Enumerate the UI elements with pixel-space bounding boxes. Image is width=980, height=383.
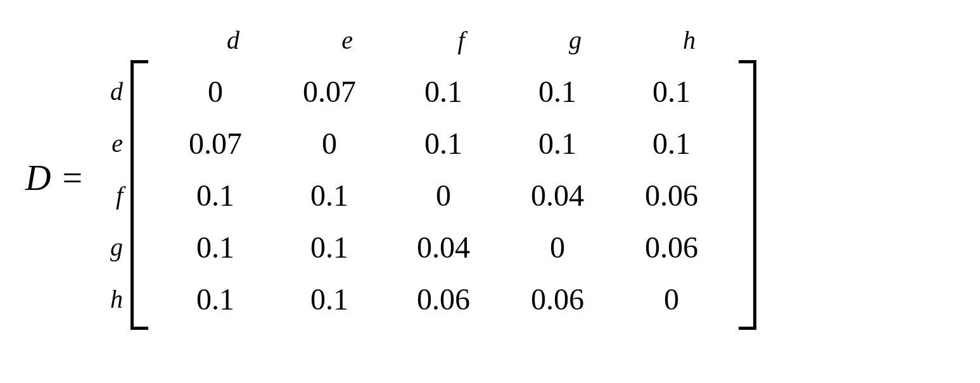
row-label: g	[98, 221, 123, 273]
matrix-row: 0.1 0.1 0.06 0.06 0	[158, 273, 729, 325]
matrix-cell: 0	[500, 230, 614, 265]
matrix-cell: 0.1	[272, 230, 386, 265]
matrix-cell: 0.1	[500, 74, 614, 109]
matrix-cell: 0.04	[500, 178, 614, 213]
matrix: 0 0.07 0.1 0.1 0.1 0.07 0 0.1 0.1 0.1	[130, 60, 756, 330]
matrix-cell: 0.1	[386, 126, 500, 161]
matrix-body: 0 0.07 0.1 0.1 0.1 0.07 0 0.1 0.1 0.1	[148, 60, 739, 330]
matrix-cell: 0.06	[614, 230, 729, 265]
matrix-cell: 0.1	[386, 74, 500, 109]
matrix-cell: 0.07	[158, 126, 272, 161]
matrix-cell: 0	[386, 178, 500, 213]
matrix-cell: 0.04	[386, 230, 500, 265]
matrix-cell: 0.1	[614, 126, 729, 161]
matrix-cell: 0.1	[158, 178, 272, 213]
col-header: f	[404, 25, 518, 60]
matrix-cell: 0	[158, 74, 272, 109]
matrix-row: 0.1 0.1 0 0.04 0.06	[158, 169, 729, 221]
row-labels: d e f g h	[98, 60, 123, 330]
col-header: e	[290, 25, 404, 60]
matrix-row: 0.07 0 0.1 0.1 0.1	[158, 117, 729, 169]
matrix-cell: 0.1	[272, 178, 386, 213]
matrix-row: 0 0.07 0.1 0.1 0.1	[158, 65, 729, 117]
col-headers: d e f g h	[123, 25, 756, 60]
matrix-equation: D = d e f g h d e f g h	[25, 25, 955, 330]
col-header: g	[518, 25, 632, 60]
matrix-cell: 0	[272, 126, 386, 161]
matrix-cell: 0.1	[158, 230, 272, 265]
row-label: f	[98, 169, 123, 221]
matrix-cell: 0.06	[500, 282, 614, 317]
row-label: e	[98, 117, 123, 169]
matrix-cell: 0.1	[272, 282, 386, 317]
left-bracket	[130, 60, 148, 330]
matrix-rhs: d e f g h d e f g h	[98, 25, 756, 330]
matrix-cell: 0.06	[614, 178, 729, 213]
matrix-cell: 0.1	[614, 74, 729, 109]
matrix-cell: 0.07	[272, 74, 386, 109]
matrix-cell: 0	[614, 282, 729, 317]
matrix-cell: 0.1	[158, 282, 272, 317]
matrix-cell: 0.06	[386, 282, 500, 317]
row-label: h	[98, 273, 123, 325]
right-bracket	[739, 60, 756, 330]
matrix-cell: 0.1	[500, 126, 614, 161]
matrix-row: 0.1 0.1 0.04 0 0.06	[158, 221, 729, 273]
equals-sign: =	[62, 158, 82, 198]
row-label: d	[98, 65, 123, 117]
col-header: h	[632, 25, 746, 60]
matrix-name: D	[25, 158, 51, 198]
col-header: d	[176, 25, 290, 60]
